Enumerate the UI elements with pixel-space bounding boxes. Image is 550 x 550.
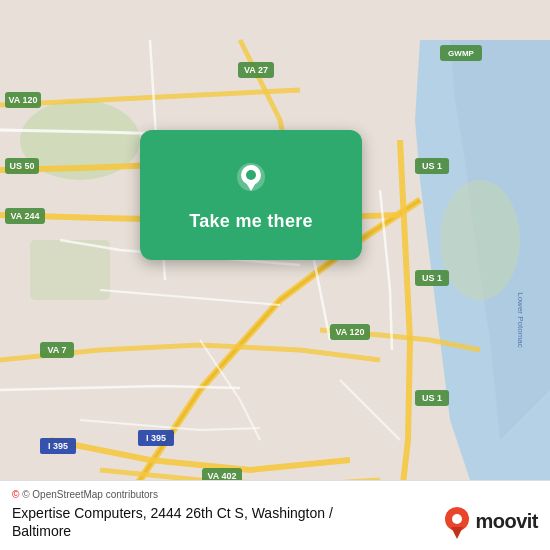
copyright-symbol: ©: [12, 489, 19, 500]
moovit-text: moovit: [475, 510, 538, 533]
svg-text:US 50: US 50: [9, 161, 34, 171]
map-container: VA 120 VA 27 US 50 VA 244 VA 244 VA 120 …: [0, 0, 550, 550]
location-info: Expertise Computers, 2444 26th Ct S, Was…: [12, 504, 538, 540]
bottom-bar: © © OpenStreetMap contributors Expertise…: [0, 480, 550, 550]
location-pin-icon: [229, 159, 273, 203]
svg-point-41: [246, 170, 256, 180]
map-attribution: © © OpenStreetMap contributors: [12, 489, 538, 500]
svg-text:VA 7: VA 7: [47, 345, 66, 355]
svg-text:VA 120: VA 120: [8, 95, 37, 105]
location-city: Baltimore: [12, 523, 71, 539]
svg-text:I 395: I 395: [146, 433, 166, 443]
map-roads: VA 120 VA 27 US 50 VA 244 VA 244 VA 120 …: [0, 0, 550, 550]
svg-text:US 1: US 1: [422, 273, 442, 283]
svg-text:I 395: I 395: [48, 441, 68, 451]
svg-text:VA 27: VA 27: [244, 65, 268, 75]
svg-point-44: [452, 514, 462, 524]
moovit-logo: moovit: [443, 505, 538, 539]
svg-text:Lower Potomac: Lower Potomac: [516, 292, 525, 348]
svg-text:VA 120: VA 120: [335, 327, 364, 337]
svg-rect-5: [30, 240, 110, 300]
location-name: Expertise Computers, 2444 26th Ct S, Was…: [12, 505, 333, 521]
svg-text:US 1: US 1: [422, 393, 442, 403]
svg-marker-45: [451, 527, 463, 539]
action-card[interactable]: Take me there: [140, 130, 362, 260]
svg-text:US 1: US 1: [422, 161, 442, 171]
svg-text:VA 244: VA 244: [10, 211, 39, 221]
moovit-pin-icon: [443, 505, 471, 539]
take-me-there-label: Take me there: [189, 211, 313, 232]
attribution-text: © OpenStreetMap contributors: [22, 489, 158, 500]
location-text: Expertise Computers, 2444 26th Ct S, Was…: [12, 504, 433, 540]
svg-text:GWMP: GWMP: [448, 49, 474, 58]
svg-point-4: [440, 180, 520, 300]
